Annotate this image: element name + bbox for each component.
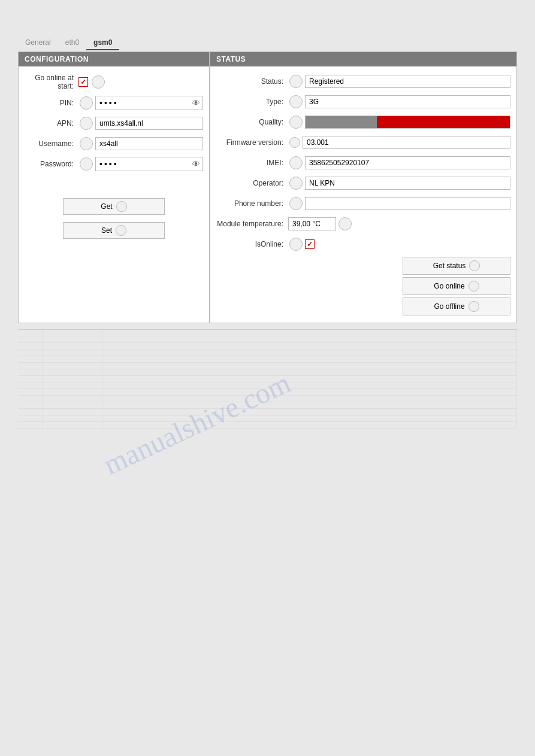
table-cell	[18, 415, 42, 422]
get-status-button[interactable]: Get status	[403, 257, 510, 275]
password-input[interactable]	[95, 157, 203, 171]
go-online-btn-indicator	[468, 281, 479, 292]
pin-row: PIN: 👁	[25, 95, 203, 111]
table-row	[18, 336, 517, 343]
imei-label: IMEI:	[216, 159, 288, 167]
go-online-at-start-row: Go online at start: ✓	[25, 74, 203, 90]
table-cell	[102, 402, 517, 409]
temp-row: Module temperature:	[216, 216, 510, 232]
table-cell	[42, 415, 102, 422]
pin-input-wrap: 👁	[78, 96, 203, 110]
type-label: Type:	[216, 98, 288, 106]
go-online-button[interactable]: Go online	[403, 277, 510, 295]
operator-row: Operator:	[216, 175, 510, 191]
data-table	[18, 330, 517, 429]
get-button-label: Get	[101, 202, 112, 211]
password-label: Password:	[25, 160, 78, 168]
set-button[interactable]: Set	[63, 222, 165, 239]
table-cell	[42, 409, 102, 415]
imei-row: IMEI:	[216, 155, 510, 171]
table-row	[18, 350, 517, 356]
go-online-label: Go online	[434, 282, 464, 290]
quality-bar-inner	[306, 116, 510, 128]
type-row: Type:	[216, 94, 510, 110]
table-row	[18, 369, 517, 376]
go-online-checkmark: ✓	[80, 78, 86, 86]
table-section	[18, 329, 517, 429]
firmware-row: Firmware version:	[216, 135, 510, 150]
table-cell	[102, 409, 517, 415]
apn-indicator	[80, 117, 93, 130]
temp-indicator	[338, 217, 352, 230]
table-cell	[18, 402, 42, 409]
username-indicator	[80, 137, 93, 150]
set-button-label: Set	[101, 226, 112, 235]
apn-row: APN:	[25, 116, 203, 131]
config-panel-body: Go online at start: ✓ PIN:	[19, 66, 209, 246]
table-row	[18, 389, 517, 396]
go-online-indicator	[92, 75, 105, 89]
temp-label: Module temperature:	[216, 220, 288, 228]
password-indicator	[80, 157, 93, 171]
table-cell	[18, 369, 42, 376]
operator-label: Operator:	[216, 179, 288, 187]
table-cell	[18, 376, 42, 382]
isonline-checkbox[interactable]: ✓	[305, 239, 315, 249]
status-buttons-group: Get status Go online Go offline	[216, 257, 510, 315]
operator-value-input	[305, 177, 510, 190]
password-eye-icon[interactable]: 👁	[192, 159, 200, 169]
table-cell	[42, 382, 102, 389]
table-cell	[18, 396, 42, 402]
phone-row: Phone number:	[216, 196, 510, 211]
table-cell	[42, 389, 102, 396]
table-row	[18, 415, 517, 422]
phone-value-input	[305, 197, 510, 210]
username-label: Username:	[25, 139, 78, 148]
phone-value-wrap	[288, 197, 510, 210]
get-status-btn-indicator	[469, 260, 480, 271]
table-row	[18, 382, 517, 389]
firmware-value-input	[303, 136, 510, 149]
table-cell	[102, 382, 517, 389]
get-button[interactable]: Get	[63, 198, 165, 215]
table-cell	[42, 356, 102, 363]
table-cell	[18, 422, 42, 429]
go-offline-button[interactable]: Go offline	[403, 297, 510, 315]
tab-eth0[interactable]: eth0	[58, 36, 86, 50]
table-cell	[42, 363, 102, 369]
table-row	[18, 396, 517, 402]
username-input[interactable]	[95, 137, 203, 150]
get-btn-indicator	[116, 201, 127, 212]
table-row	[18, 409, 517, 415]
pin-eye-icon[interactable]: 👁	[192, 98, 200, 108]
pin-input[interactable]	[95, 96, 203, 110]
apn-input[interactable]	[95, 117, 203, 130]
go-online-checkbox-wrap[interactable]: ✓	[78, 77, 90, 87]
go-offline-label: Go offline	[434, 302, 464, 311]
get-status-label: Get status	[433, 262, 466, 270]
quality-value-wrap	[288, 116, 510, 129]
quality-bar	[305, 116, 510, 129]
status-status-label: Status:	[216, 77, 288, 86]
table-cell	[18, 336, 42, 343]
table-cell	[102, 369, 517, 376]
tab-gsm0[interactable]: gsm0	[86, 36, 119, 50]
table-cell	[102, 363, 517, 369]
table-row	[18, 376, 517, 382]
go-online-checkbox[interactable]: ✓	[78, 77, 88, 87]
pin-indicator	[80, 96, 93, 110]
table-cell	[18, 343, 42, 350]
status-status-value-wrap	[288, 75, 510, 88]
status-panel-header: STATUS	[210, 52, 516, 66]
table-cell	[102, 356, 517, 363]
config-panel-header: CONFIGURATION	[19, 52, 209, 66]
firmware-value-wrap	[288, 136, 510, 149]
table-cell	[42, 396, 102, 402]
tab-general[interactable]: General	[18, 36, 58, 50]
go-offline-btn-indicator	[468, 301, 479, 312]
quality-label: Quality:	[216, 118, 288, 126]
go-online-at-start-input-wrap: ✓	[78, 75, 203, 89]
password-input-wrap: 👁	[78, 157, 203, 171]
phone-indicator	[289, 197, 303, 210]
isonline-row: IsOnline: ✓	[216, 236, 510, 252]
